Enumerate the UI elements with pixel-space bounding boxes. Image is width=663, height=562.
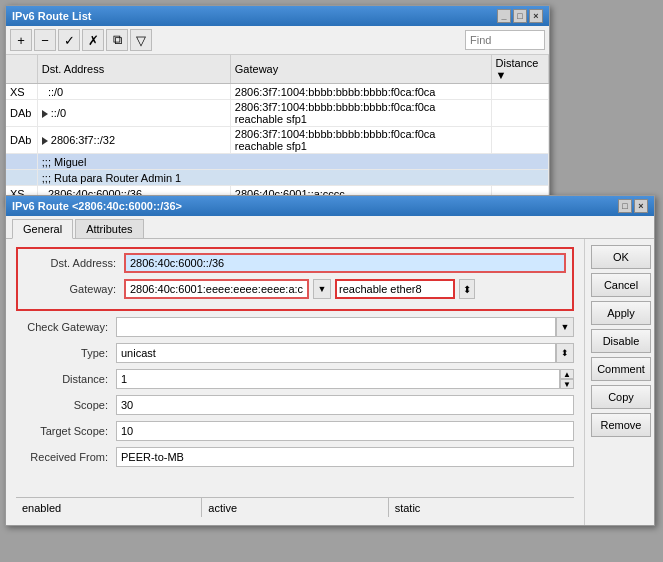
gateway-input-group: ▼ ⬍ — [124, 279, 566, 299]
toolbar: + − ✓ ✗ ⧉ ▽ — [6, 26, 549, 55]
received-from-input[interactable] — [116, 447, 574, 467]
row-flag — [6, 170, 37, 186]
dst-address-row: Dst. Address: — [24, 253, 566, 273]
table-row[interactable]: DAb ::/0 2806:3f7:1004:bbbb:bbbb:bbbb:f0… — [6, 100, 549, 127]
type-input[interactable] — [116, 343, 556, 363]
distance-row: Distance: ▲ ▼ — [16, 369, 574, 389]
row-dst: 2806:3f7::/32 — [37, 127, 230, 154]
route-detail-window: IPv6 Route <2806:40c:6000::/36> □ × Gene… — [5, 195, 655, 526]
check-button[interactable]: ✓ — [58, 29, 80, 51]
col-header-flag[interactable] — [6, 55, 37, 84]
route-list-window: IPv6 Route List _ □ × + − ✓ ✗ ⧉ ▽ Dst. A… — [5, 5, 550, 206]
button-panel: OK Cancel Apply Disable Comment Copy Rem… — [584, 239, 654, 525]
gateway-row: Gateway: ▼ ⬍ — [24, 279, 566, 299]
row-dist — [491, 84, 548, 100]
route-list-title-bar: IPv6 Route List _ □ × — [6, 6, 549, 26]
distance-up-arrow[interactable]: ▲ — [560, 369, 574, 379]
comment-button[interactable]: Comment — [591, 357, 651, 381]
col-header-dist[interactable]: Distance ▼ — [491, 55, 548, 84]
tab-general[interactable]: General — [12, 219, 73, 239]
distance-scroll-arrows: ▲ ▼ — [560, 369, 574, 389]
disable-button[interactable]: Disable — [591, 329, 651, 353]
target-scope-input[interactable] — [116, 421, 574, 441]
row-group-label: ;;; Miguel — [37, 154, 548, 170]
route-list-title: IPv6 Route List — [12, 10, 91, 22]
detail-minimize-button[interactable]: □ — [618, 199, 632, 213]
check-gateway-input-group: ▼ — [116, 317, 574, 337]
detail-close-button[interactable]: × — [634, 199, 648, 213]
status-enabled: enabled — [16, 498, 202, 517]
row-dist — [491, 127, 548, 154]
row-ruta-label: ;;; Ruta para Router Admin 1 — [37, 170, 548, 186]
ok-button[interactable]: OK — [591, 245, 651, 269]
row-gw: 2806:3f7:1004:bbbb:bbbb:bbbb:f0ca:f0ca r… — [230, 100, 491, 127]
row-dist — [491, 100, 548, 127]
target-scope-label: Target Scope: — [16, 425, 116, 437]
find-input[interactable] — [465, 30, 545, 50]
table-row[interactable]: DAb 2806:3f7::/32 2806:3f7:1004:bbbb:bbb… — [6, 127, 549, 154]
tab-bar: General Attributes — [6, 216, 654, 239]
copy-toolbar-button[interactable]: ⧉ — [106, 29, 128, 51]
route-detail-title: IPv6 Route <2806:40c:6000::/36> — [12, 200, 182, 212]
col-header-dst[interactable]: Dst. Address — [37, 55, 230, 84]
scope-input[interactable] — [116, 395, 574, 415]
row-flag — [6, 154, 37, 170]
remove-button[interactable]: Remove — [591, 413, 651, 437]
row-flag: DAb — [6, 127, 37, 154]
cancel-button[interactable]: Cancel — [591, 273, 651, 297]
type-arrow[interactable]: ⬍ — [556, 343, 574, 363]
distance-input-group: ▲ ▼ — [116, 369, 574, 389]
gateway-label: Gateway: — [24, 283, 124, 295]
remove-button[interactable]: − — [34, 29, 56, 51]
check-gateway-row: Check Gateway: ▼ — [16, 317, 574, 337]
dst-address-input[interactable] — [124, 253, 566, 273]
gateway-dropdown-button[interactable]: ▼ — [313, 279, 331, 299]
cancel-x-button[interactable]: ✗ — [82, 29, 104, 51]
scope-row: Scope: — [16, 395, 574, 415]
form-panel: Dst. Address: Gateway: ▼ ⬍ Check Gateway… — [6, 239, 584, 525]
gateway-suffix-input[interactable] — [335, 279, 455, 299]
col-header-gw[interactable]: Gateway — [230, 55, 491, 84]
filter-button[interactable]: ▽ — [130, 29, 152, 51]
row-gw: 2806:3f7:1004:bbbb:bbbb:bbbb:f0ca:f0ca r… — [230, 127, 491, 154]
title-bar-buttons: _ □ × — [497, 9, 543, 23]
status-active: active — [202, 498, 388, 517]
distance-down-arrow[interactable]: ▼ — [560, 379, 574, 389]
apply-button[interactable]: Apply — [591, 301, 651, 325]
add-button[interactable]: + — [10, 29, 32, 51]
type-label: Type: — [16, 347, 116, 359]
scope-label: Scope: — [16, 399, 116, 411]
main-content: Dst. Address: Gateway: ▼ ⬍ Check Gateway… — [6, 239, 654, 525]
row-flag: DAb — [6, 100, 37, 127]
route-table: Dst. Address Gateway Distance ▼ XS ::/0 … — [6, 55, 549, 205]
target-scope-row: Target Scope: — [16, 421, 574, 441]
row-gw: 2806:3f7:1004:bbbb:bbbb:bbbb:f0ca:f0ca — [230, 84, 491, 100]
maximize-button[interactable]: □ — [513, 9, 527, 23]
distance-label: Distance: — [16, 373, 116, 385]
table-row[interactable]: ;;; Ruta para Router Admin 1 — [6, 170, 549, 186]
dst-address-label: Dst. Address: — [24, 257, 124, 269]
route-detail-title-bar: IPv6 Route <2806:40c:6000::/36> □ × — [6, 196, 654, 216]
copy-button[interactable]: Copy — [591, 385, 651, 409]
minimize-button[interactable]: _ — [497, 9, 511, 23]
received-from-label: Received From: — [16, 451, 116, 463]
row-dst: ::/0 — [37, 100, 230, 127]
check-gateway-input[interactable] — [116, 317, 556, 337]
detail-title-buttons: □ × — [618, 199, 648, 213]
highlighted-fields-box: Dst. Address: Gateway: ▼ ⬍ — [16, 247, 574, 311]
close-button[interactable]: × — [529, 9, 543, 23]
route-table-container[interactable]: Dst. Address Gateway Distance ▼ XS ::/0 … — [6, 55, 549, 205]
check-gateway-arrow[interactable]: ▼ — [556, 317, 574, 337]
tab-attributes[interactable]: Attributes — [75, 219, 143, 238]
gateway-input[interactable] — [124, 279, 309, 299]
table-row[interactable]: XS ::/0 2806:3f7:1004:bbbb:bbbb:bbbb:f0c… — [6, 84, 549, 100]
status-static: static — [389, 498, 574, 517]
gateway-suffix-arrow[interactable]: ⬍ — [459, 279, 475, 299]
type-row: Type: ⬍ — [16, 343, 574, 363]
status-bar: enabled active static — [16, 497, 574, 517]
type-input-group: ⬍ — [116, 343, 574, 363]
distance-input[interactable] — [116, 369, 560, 389]
row-flag: XS — [6, 84, 37, 100]
row-dst: ::/0 — [37, 84, 230, 100]
table-row[interactable]: ;;; Miguel — [6, 154, 549, 170]
